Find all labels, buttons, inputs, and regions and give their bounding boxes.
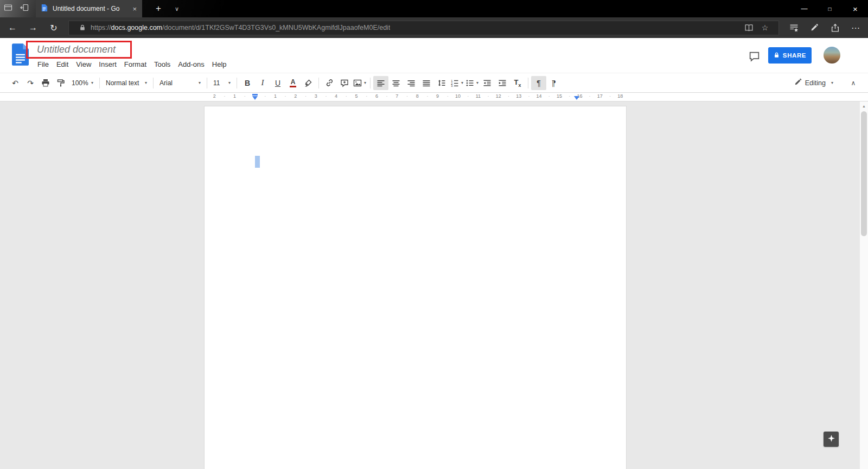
web-note-pen-button[interactable] xyxy=(804,17,825,38)
open-comments-button[interactable] xyxy=(748,50,761,63)
document-page[interactable] xyxy=(204,106,627,469)
ruler-tick: · xyxy=(447,93,449,99)
highlight-color-button[interactable] xyxy=(301,76,316,90)
ruler-tick: · xyxy=(426,93,428,99)
insert-comment-button[interactable] xyxy=(337,76,352,90)
google-docs-logo[interactable] xyxy=(12,43,29,68)
share-button[interactable]: SHARE xyxy=(768,47,812,64)
back-button[interactable]: ← xyxy=(2,17,23,38)
maximize-button[interactable]: □ xyxy=(817,0,843,17)
toolbar-separator xyxy=(153,78,154,88)
minimize-button[interactable]: — xyxy=(792,0,817,17)
numbered-list-button[interactable]: 1.2.3. ▾ xyxy=(449,76,464,90)
ruler-tick: 9 xyxy=(436,93,439,99)
scroll-up-arrow[interactable]: ▲ xyxy=(860,102,868,110)
bold-button[interactable]: B xyxy=(240,76,255,90)
close-window-button[interactable]: × xyxy=(843,0,868,17)
hub-favorites-button[interactable] xyxy=(783,17,804,38)
menu-file[interactable]: File xyxy=(34,60,53,69)
explore-button[interactable] xyxy=(824,432,839,447)
url-path: /document/d/1TKf2GSwT4D3TG3Vs0_kMNU5WbKA… xyxy=(162,24,390,31)
bulleted-list-button[interactable]: ▾ xyxy=(464,76,480,90)
zoom-dropdown[interactable]: 100% ▾ xyxy=(68,76,97,90)
editing-mode-dropdown[interactable]: Editing ▾ xyxy=(790,76,838,90)
right-indent-marker[interactable] xyxy=(574,96,579,100)
ruler-tick: · xyxy=(346,93,347,99)
docs-favicon xyxy=(40,4,48,14)
set-aside-tabs-icon xyxy=(20,3,29,14)
ruler-tick: · xyxy=(386,93,388,99)
decrease-indent-button[interactable] xyxy=(480,76,495,90)
menu-help[interactable]: Help xyxy=(208,60,231,69)
tab-preview-button[interactable] xyxy=(0,0,16,17)
document-title-input[interactable]: Untitled document xyxy=(37,44,116,55)
align-left-button[interactable] xyxy=(373,76,388,90)
active-tab[interactable]: Untitled document - Go × xyxy=(36,0,142,17)
text-direction-rtl-button[interactable]: ¶ xyxy=(546,76,561,90)
reading-view-button[interactable] xyxy=(741,21,757,35)
explore-star-icon xyxy=(827,434,835,445)
menu-addons[interactable]: Add-ons xyxy=(174,60,208,69)
browser-menu-button[interactable]: ⋯ xyxy=(845,17,866,38)
insert-link-button[interactable] xyxy=(322,76,337,90)
menu-view[interactable]: View xyxy=(72,60,95,69)
first-line-indent-marker[interactable] xyxy=(252,94,258,96)
ruler-tick: · xyxy=(467,93,469,99)
menu-format[interactable]: Format xyxy=(120,60,150,69)
browser-address-bar: ← → ↻ https:// docs.google.com /document… xyxy=(0,17,868,38)
increase-indent-button[interactable] xyxy=(495,76,510,90)
ruler-tick: · xyxy=(366,93,367,99)
toolbar-separator xyxy=(370,78,371,88)
pilcrow-ltr-icon: ¶ xyxy=(537,79,541,87)
menu-tools[interactable]: Tools xyxy=(150,60,174,69)
ruler-tick: · xyxy=(224,93,225,99)
align-center-button[interactable] xyxy=(388,76,404,90)
scrollbar-thumb[interactable] xyxy=(861,111,867,236)
menu-edit[interactable]: Edit xyxy=(53,60,72,69)
hide-menus-button[interactable]: ∧ xyxy=(845,76,861,90)
ruler[interactable]: 21123456789101112131415161718···········… xyxy=(0,93,868,102)
redo-button[interactable]: ↷ xyxy=(23,76,38,90)
pilcrow-rtl-icon: ¶ xyxy=(552,79,556,87)
underline-button[interactable]: U xyxy=(270,76,285,90)
text-color-bar xyxy=(290,86,296,87)
new-tab-button[interactable]: + xyxy=(151,3,166,14)
ruler-tick: 6 xyxy=(375,93,378,99)
ruler-tick: · xyxy=(305,93,307,99)
paragraph-style-dropdown[interactable]: Normal text ▾ xyxy=(103,76,150,90)
ruler-tick: 13 xyxy=(516,93,521,99)
text-color-button[interactable]: A xyxy=(285,76,301,90)
toolbar-separator xyxy=(318,78,319,88)
set-aside-tabs-button[interactable] xyxy=(16,0,33,17)
tab-list-chevron-button[interactable]: ∨ xyxy=(170,5,183,12)
left-indent-marker[interactable] xyxy=(252,96,258,100)
share-page-button[interactable] xyxy=(825,17,845,38)
clear-formatting-button[interactable]: Tx xyxy=(510,76,525,90)
ruler-tick: · xyxy=(244,93,246,99)
text-direction-ltr-button[interactable]: ¶ xyxy=(531,76,546,90)
undo-button[interactable]: ↶ xyxy=(8,76,23,90)
refresh-button[interactable]: ↻ xyxy=(43,17,64,38)
align-right-button[interactable] xyxy=(404,76,419,90)
url-input[interactable]: https:// docs.google.com /document/d/1TK… xyxy=(68,21,779,35)
ruler-tick: 4 xyxy=(335,93,337,99)
paint-format-button[interactable] xyxy=(53,76,68,90)
font-dropdown[interactable]: Arial ▾ xyxy=(156,76,204,90)
favorite-star-button[interactable]: ☆ xyxy=(757,21,773,35)
tab-preview-icon xyxy=(4,3,12,14)
account-avatar[interactable] xyxy=(824,47,840,64)
line-spacing-button[interactable] xyxy=(434,76,449,90)
ruler-tick: 7 xyxy=(395,93,398,99)
print-button[interactable] xyxy=(38,76,53,90)
chevron-down-icon: ▾ xyxy=(831,80,833,85)
forward-button[interactable]: → xyxy=(23,17,43,38)
italic-button[interactable]: I xyxy=(255,76,270,90)
ruler-tick: 11 xyxy=(476,93,481,99)
align-justify-button[interactable] xyxy=(419,76,434,90)
insert-image-button[interactable]: ▾ xyxy=(352,76,367,90)
font-size-dropdown[interactable]: 11 ▾ xyxy=(210,76,234,90)
svg-text:3.: 3. xyxy=(451,84,454,87)
vertical-scrollbar[interactable]: ▲ xyxy=(859,102,868,469)
tab-close-button[interactable]: × xyxy=(131,5,138,13)
menu-insert[interactable]: Insert xyxy=(95,60,120,69)
